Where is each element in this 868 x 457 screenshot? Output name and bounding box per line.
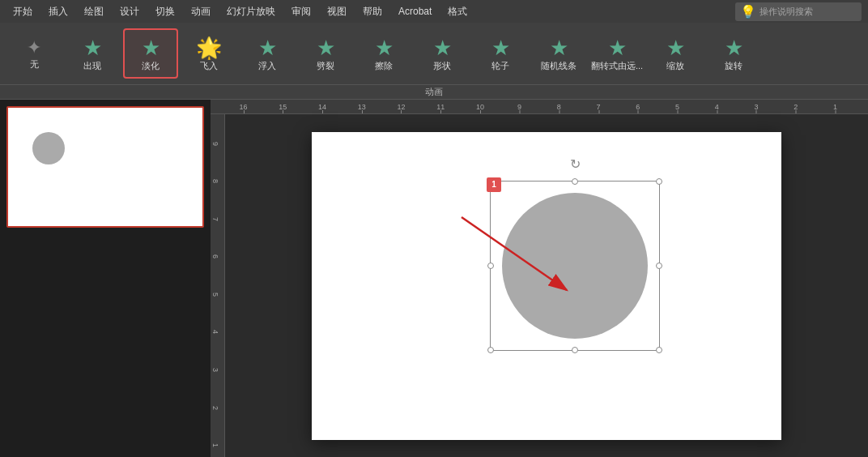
menu-start[interactable]: 开始: [6, 2, 39, 21]
ruler-tick-3: 3: [754, 103, 758, 111]
shape-container[interactable]: 1 ↻: [490, 181, 660, 351]
ruler-tick-13: 13: [358, 103, 366, 111]
canvas-area: 16 15 14 13 12 11 10 9 8 7 6 5 4 3 2 1 9…: [211, 100, 868, 457]
handle-bottom-mid[interactable]: [572, 347, 578, 353]
rotate-icon: ★: [725, 37, 743, 58]
ruler-tick-5: 5: [675, 103, 679, 111]
main-area: 16 15 14 13 12 11 10 9 8 7 6 5 4 3 2 1 9…: [0, 100, 868, 457]
zoom-rotate-icon: ★: [608, 37, 627, 58]
ruler-tick-2: 2: [794, 103, 798, 111]
ruler-tick-14: 14: [318, 103, 326, 111]
rotate-label: 旋转: [725, 60, 742, 72]
search-input[interactable]: [760, 6, 857, 16]
shape-label: 形状: [433, 60, 451, 72]
menu-insert[interactable]: 插入: [42, 2, 74, 21]
menu-design[interactable]: 设计: [113, 2, 146, 21]
handle-mid-left[interactable]: [487, 263, 494, 269]
fly-label: 飞入: [200, 60, 218, 72]
ruler-tick-6: 6: [636, 103, 640, 111]
rotate-handle[interactable]: ↻: [570, 156, 581, 172]
appear-label: 出现: [83, 60, 101, 72]
ruler-tick-12: 12: [397, 103, 405, 111]
menu-bar: 开始 插入 绘图 设计 切换 动画 幻灯片放映 审阅 视图 帮助 Acrobat…: [0, 0, 868, 23]
slide-canvas: 1 ↻: [225, 114, 868, 457]
animation-badge: 1: [487, 177, 501, 192]
ruler-tick-15: 15: [279, 103, 287, 111]
appear-icon: ★: [83, 37, 102, 58]
slide-page[interactable]: 1 ↻: [312, 132, 781, 440]
random-label: 随机线条: [541, 60, 577, 72]
ruler-v-5: 5: [211, 293, 219, 297]
menu-acrobat[interactable]: Acrobat: [392, 3, 438, 19]
animation-zoom-rotate[interactable]: ★ 翻转式由远...: [589, 28, 645, 79]
handle-mid-right[interactable]: [656, 263, 662, 269]
animation-random[interactable]: ★ 随机线条: [531, 28, 586, 79]
ruler-v-2: 2: [211, 406, 219, 410]
none-label: 无: [30, 58, 39, 70]
animation-wipe[interactable]: ★ 擦除: [356, 28, 411, 79]
handle-bottom-left[interactable]: [487, 347, 494, 353]
ruler-horizontal: 16 15 14 13 12 11 10 9 8 7 6 5 4 3 2 1: [211, 100, 868, 114]
float-label: 浮入: [258, 60, 276, 72]
animation-float[interactable]: ★ 浮入: [240, 28, 295, 79]
fly-icon: 🌟: [196, 37, 222, 58]
handle-top-mid[interactable]: [572, 178, 578, 185]
slide-panel: [0, 100, 211, 457]
animation-rotate[interactable]: ★ 旋转: [706, 28, 761, 79]
zoom-icon: ★: [666, 37, 685, 58]
zoom-rotate-label: 翻转式由远...: [591, 60, 643, 72]
split-icon: ★: [317, 37, 335, 58]
ribbon-section-label: 动画: [0, 84, 868, 99]
animation-fly[interactable]: 🌟 飞入: [181, 28, 236, 79]
ruler-tick-7: 7: [597, 103, 601, 111]
animation-appear[interactable]: ★ 出现: [65, 28, 120, 79]
ruler-tick-10: 10: [476, 103, 484, 111]
slide-thumbnail[interactable]: [6, 106, 204, 228]
ribbon-content: ✦ 无 ★ 出现 ★ 淡化 🌟 飞入 ★ 浮入 ★ 劈裂 ★: [0, 23, 868, 84]
selection-box: [490, 181, 660, 351]
handle-bottom-right[interactable]: [656, 347, 662, 353]
menu-help[interactable]: 帮助: [356, 2, 389, 21]
menu-draw[interactable]: 绘图: [78, 2, 110, 21]
ruler-vertical: 9 8 7 6 5 4 3 2 1: [211, 114, 225, 457]
animation-shape[interactable]: ★ 形状: [415, 28, 470, 79]
wheel-icon: ★: [491, 37, 510, 58]
ruler-v-4: 4: [211, 330, 219, 334]
ruler-tick-1: 1: [833, 103, 837, 111]
ruler-v-7: 7: [211, 217, 219, 221]
ruler-tick-8: 8: [557, 103, 561, 111]
ruler-v-6: 6: [211, 254, 219, 258]
none-icon: ✦: [27, 39, 41, 57]
wipe-icon: ★: [375, 37, 394, 58]
ruler-v-8: 8: [211, 179, 219, 183]
menu-format[interactable]: 格式: [441, 2, 474, 21]
animation-split[interactable]: ★ 劈裂: [298, 28, 353, 79]
random-icon: ★: [550, 37, 568, 58]
ruler-v-1: 1: [211, 443, 219, 447]
animation-wheel[interactable]: ★ 轮子: [473, 28, 528, 79]
animation-zoom[interactable]: ★ 缩放: [648, 28, 703, 79]
animation-none[interactable]: ✦ 无: [6, 28, 62, 79]
ruler-tick-16: 16: [240, 103, 248, 111]
menu-review[interactable]: 审阅: [285, 2, 317, 21]
ruler-v-3: 3: [211, 368, 219, 372]
menu-view[interactable]: 视图: [321, 2, 353, 21]
ruler-tick-9: 9: [517, 103, 521, 111]
zoom-label: 缩放: [666, 60, 684, 72]
handle-top-right[interactable]: [656, 178, 662, 185]
menu-animation[interactable]: 动画: [185, 2, 217, 21]
search-box[interactable]: 💡: [735, 2, 862, 21]
shape-icon: ★: [433, 37, 452, 58]
light-icon: 💡: [740, 4, 756, 19]
fade-icon: ★: [142, 37, 160, 58]
split-label: 劈裂: [317, 60, 334, 72]
menu-slideshow[interactable]: 幻灯片放映: [220, 2, 282, 21]
wheel-label: 轮子: [491, 60, 509, 72]
wipe-label: 擦除: [375, 60, 393, 72]
ruler-tick-4: 4: [715, 103, 719, 111]
menu-switch[interactable]: 切换: [149, 2, 181, 21]
animation-fade[interactable]: ★ 淡化: [123, 28, 178, 79]
thumbnail-circle: [32, 132, 65, 164]
ruler-tick-11: 11: [436, 103, 445, 111]
ruler-v-9: 9: [211, 142, 219, 146]
